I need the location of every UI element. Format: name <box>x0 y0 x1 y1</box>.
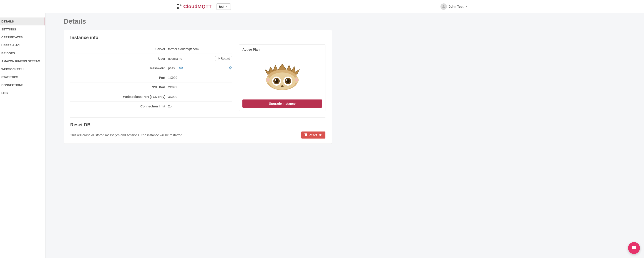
sidebar-item-log[interactable]: LOG <box>0 89 45 97</box>
label-server: Server <box>70 47 168 51</box>
restart-icon: ↻ <box>218 57 220 60</box>
svg-point-6 <box>443 5 444 6</box>
label-user: User <box>70 57 168 60</box>
sidebar-item-details[interactable]: DETAILS <box>0 17 45 25</box>
instance-info-title: Instance info <box>70 35 326 40</box>
caret-down-icon: ▼ <box>226 5 228 8</box>
avatar-icon <box>440 3 447 10</box>
row-password: Password pass... <box>70 63 232 73</box>
brand-logo[interactable]: CloudMQTT <box>176 3 212 10</box>
value-password: pass... <box>168 66 177 70</box>
reset-db-button[interactable]: Reset DB <box>301 132 326 139</box>
svg-point-20 <box>286 79 288 81</box>
brand-name: CloudMQTT <box>183 4 212 9</box>
svg-point-16 <box>275 79 276 81</box>
page-title: Details <box>64 17 332 25</box>
plan-mascot-icon <box>242 54 322 99</box>
cloudmqtt-logo-icon <box>176 3 182 10</box>
row-user: User username ↻ Restart <box>70 54 232 63</box>
reset-db-description: This will erase all stored messages and … <box>70 133 183 137</box>
user-menu[interactable]: John Test ▼ <box>440 3 468 10</box>
label-ws-port: Websockets Port (TLS only) <box>70 95 168 99</box>
active-plan-card: Active Plan <box>239 44 326 111</box>
label-password: Password <box>70 66 168 70</box>
sidebar-item-certificates[interactable]: CERTIFICATES <box>0 33 45 41</box>
trash-icon <box>304 133 307 137</box>
sidebar-item-websocket-ui[interactable]: WEBSOCKET UI <box>0 65 45 73</box>
svg-point-2 <box>178 7 178 8</box>
label-port: Port <box>70 76 168 79</box>
reset-db-button-label: Reset DB <box>308 133 322 137</box>
main-content: Details Instance info Server farmer.clou… <box>46 13 346 258</box>
refresh-password-icon[interactable] <box>229 66 232 70</box>
caret-down-icon: ▼ <box>465 5 468 8</box>
instance-selector-label: test <box>219 5 224 8</box>
sidebar-item-settings[interactable]: SETTINGS <box>0 25 45 33</box>
reset-db-title: Reset DB <box>70 122 326 127</box>
divider <box>70 117 326 118</box>
plan-title: Active Plan <box>242 48 322 51</box>
chat-icon <box>631 245 637 251</box>
row-port: Port 1X999 <box>70 73 232 82</box>
user-name: John Test <box>449 5 464 8</box>
restart-label: Restart <box>221 57 230 60</box>
svg-point-4 <box>178 8 178 8</box>
sidebar-item-kinesis[interactable]: AMAZON KINESIS STREAM <box>0 57 45 65</box>
eye-icon[interactable] <box>179 66 183 70</box>
svg-point-21 <box>281 85 284 87</box>
row-server: Server farmer.cloudmqtt.com <box>70 44 232 54</box>
value-conn-limit: 25 <box>168 104 172 108</box>
sidebar-item-connections[interactable]: CONNECTIONS <box>0 81 45 89</box>
label-ssl-port: SSL Port <box>70 85 168 89</box>
instance-info-table: Server farmer.cloudmqtt.com User usernam… <box>70 44 232 111</box>
restart-button[interactable]: ↻ Restart <box>215 56 232 61</box>
topbar: CloudMQTT test ▼ John Test ▼ <box>0 0 644 13</box>
svg-point-5 <box>178 8 179 8</box>
row-ws-port: Websockets Port (TLS only) 3X999 <box>70 92 232 101</box>
svg-rect-1 <box>177 5 179 7</box>
sidebar-item-bridges[interactable]: BRIDGES <box>0 49 45 57</box>
value-ws-port: 3X999 <box>168 95 177 99</box>
value-user: username <box>168 57 182 60</box>
svg-point-10 <box>267 78 269 81</box>
row-ssl-port: SSL Port 2X999 <box>70 82 232 92</box>
value-server: farmer.cloudmqtt.com <box>168 47 199 51</box>
help-fab[interactable] <box>628 242 640 254</box>
row-conn-limit: Connection limit 25 <box>70 101 232 111</box>
sidebar-item-statistics[interactable]: STATISTICS <box>0 73 45 81</box>
sidebar-item-users-acl[interactable]: USERS & ACL <box>0 41 45 49</box>
instance-selector[interactable]: test ▼ <box>216 3 231 10</box>
label-conn-limit: Connection limit <box>70 104 168 108</box>
sidebar: DETAILS SETTINGS CERTIFICATES USERS & AC… <box>0 13 46 258</box>
svg-point-12 <box>296 78 298 81</box>
value-ssl-port: 2X999 <box>168 85 177 89</box>
svg-point-3 <box>178 7 179 8</box>
details-panel: Instance info Server farmer.cloudmqtt.co… <box>64 30 332 144</box>
upgrade-instance-button[interactable]: Upgrade Instance <box>242 99 322 108</box>
value-port: 1X999 <box>168 76 177 79</box>
